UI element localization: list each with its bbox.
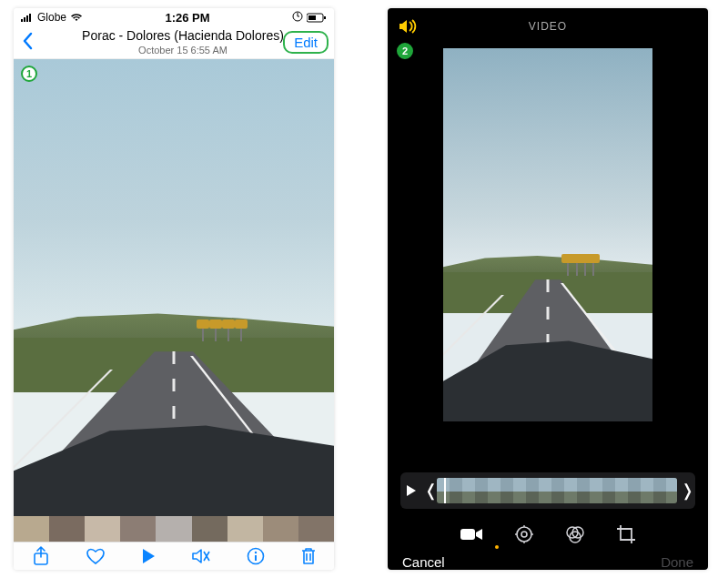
thumb-item[interactable] <box>14 516 49 542</box>
playhead[interactable] <box>444 478 446 503</box>
media-preview[interactable] <box>14 59 334 516</box>
timeline-play-icon[interactable] <box>406 484 420 497</box>
play-icon[interactable] <box>141 548 156 564</box>
wifi-icon <box>70 13 83 22</box>
active-tab-indicator <box>495 545 499 549</box>
edit-preview-area[interactable] <box>388 45 708 463</box>
svg-rect-12 <box>460 529 475 540</box>
thumb-item[interactable] <box>192 516 228 542</box>
trim-handle-right[interactable]: ❭ <box>681 481 690 501</box>
back-chevron-icon[interactable] <box>21 32 39 54</box>
edit-button[interactable]: Edit <box>283 31 329 54</box>
svg-rect-0 <box>21 19 23 22</box>
filters-tab-icon[interactable] <box>565 524 585 544</box>
thumb-item[interactable] <box>85 516 120 542</box>
thumb-item[interactable] <box>263 516 298 542</box>
signal-icon <box>21 13 34 22</box>
svg-rect-3 <box>29 14 31 22</box>
timeline-track[interactable] <box>437 478 677 503</box>
photos-detail-screen: Globe 1:26 PM Porac - Dolores (Hacienda … <box>14 8 334 570</box>
edit-title: VIDEO <box>529 20 567 33</box>
thumb-item[interactable] <box>298 516 334 542</box>
edit-preview[interactable] <box>443 48 652 421</box>
edit-header: VIDEO <box>388 8 708 45</box>
thumbnail-strip[interactable] <box>14 516 334 542</box>
edit-action-bar: Cancel Done <box>388 554 708 570</box>
svg-rect-1 <box>24 17 25 22</box>
clock: 1:26 PM <box>165 11 209 25</box>
thumb-item[interactable] <box>49 516 85 542</box>
video-tab-icon[interactable] <box>460 526 483 543</box>
orientation-lock-icon <box>292 11 303 25</box>
trash-icon[interactable] <box>300 547 317 565</box>
battery-icon <box>307 13 327 23</box>
status-bar: Globe 1:26 PM <box>14 8 334 26</box>
step-marker-2: 2 <box>397 43 413 59</box>
crop-tab-icon[interactable] <box>616 524 636 544</box>
trim-handle-left[interactable]: ❬ <box>424 481 433 501</box>
video-edit-screen: VIDEO 2 ❬ ❭ <box>388 8 708 570</box>
carrier-label: Globe <box>37 11 66 24</box>
bottom-toolbar <box>14 542 334 570</box>
mute-icon[interactable] <box>191 547 211 565</box>
svg-point-10 <box>254 552 256 553</box>
done-button[interactable]: Done <box>661 554 693 570</box>
svg-point-13 <box>517 527 531 542</box>
adjust-tab-icon[interactable] <box>514 524 534 544</box>
step-marker-1: 1 <box>21 66 37 82</box>
heart-icon[interactable] <box>86 547 106 565</box>
thumb-item[interactable] <box>156 516 191 542</box>
cancel-button[interactable]: Cancel <box>402 554 445 570</box>
svg-point-14 <box>521 532 527 537</box>
edit-tool-tabs <box>388 514 708 554</box>
svg-rect-6 <box>308 15 316 20</box>
svg-rect-2 <box>26 15 28 22</box>
svg-rect-7 <box>324 16 326 19</box>
svg-rect-11 <box>255 555 257 561</box>
thumb-item[interactable] <box>120 516 156 542</box>
nav-bar: Porac - Dolores (Hacienda Dolores) Octob… <box>14 26 334 59</box>
speaker-icon[interactable] <box>399 17 420 39</box>
info-icon[interactable] <box>247 547 265 565</box>
trim-scrubber[interactable]: ❬ ❭ <box>400 472 695 509</box>
share-icon[interactable] <box>32 546 50 566</box>
thumb-item[interactable] <box>228 516 263 542</box>
